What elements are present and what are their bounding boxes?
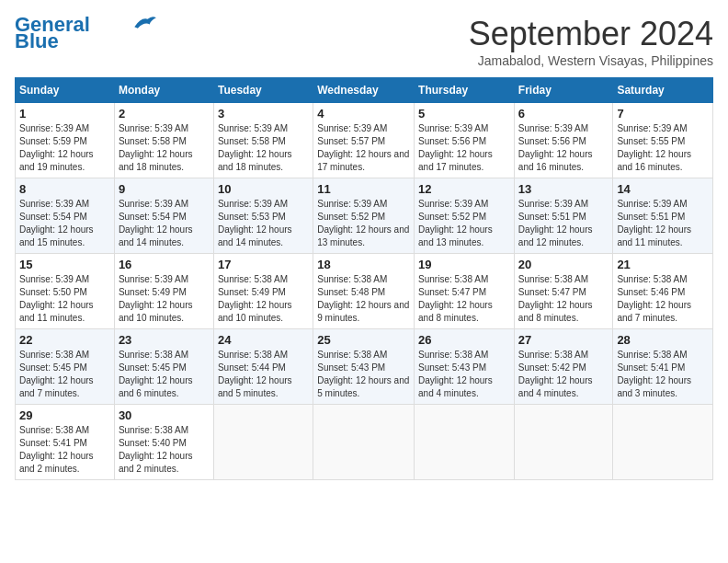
calendar-cell: 11 Sunrise: 5:39 AM Sunset: 5:52 PM Dayl…	[313, 178, 415, 254]
calendar-cell: 27 Sunrise: 5:38 AM Sunset: 5:42 PM Dayl…	[514, 329, 613, 405]
day-number: 1	[19, 107, 110, 121]
day-info: Sunrise: 5:38 AM Sunset: 5:41 PM Dayligh…	[617, 349, 709, 400]
calendar-cell: 23 Sunrise: 5:38 AM Sunset: 5:45 PM Dayl…	[114, 329, 213, 405]
calendar-cell: 20 Sunrise: 5:38 AM Sunset: 5:47 PM Dayl…	[514, 254, 613, 329]
day-info: Sunrise: 5:38 AM Sunset: 5:42 PM Dayligh…	[518, 349, 609, 400]
day-number: 28	[617, 333, 709, 347]
day-info: Sunrise: 5:39 AM Sunset: 5:49 PM Dayligh…	[119, 273, 210, 325]
weekday-header-saturday: Saturday	[613, 78, 713, 103]
day-number: 7	[617, 107, 709, 121]
day-number: 17	[218, 258, 309, 271]
day-info: Sunrise: 5:39 AM Sunset: 5:50 PM Dayligh…	[19, 273, 110, 325]
calendar-cell: 21 Sunrise: 5:38 AM Sunset: 5:46 PM Dayl…	[613, 254, 713, 329]
logo-bird-icon	[131, 14, 158, 32]
day-info: Sunrise: 5:38 AM Sunset: 5:43 PM Dayligh…	[317, 349, 410, 400]
day-info: Sunrise: 5:38 AM Sunset: 5:49 PM Dayligh…	[218, 273, 309, 325]
day-number: 26	[418, 333, 510, 347]
day-info: Sunrise: 5:39 AM Sunset: 5:57 PM Dayligh…	[317, 122, 410, 174]
week-row-4: 22 Sunrise: 5:38 AM Sunset: 5:45 PM Dayl…	[16, 329, 713, 405]
calendar-cell: 14 Sunrise: 5:39 AM Sunset: 5:51 PM Dayl…	[613, 178, 713, 254]
day-info: Sunrise: 5:39 AM Sunset: 5:58 PM Dayligh…	[119, 122, 210, 174]
weekday-header-tuesday: Tuesday	[213, 78, 313, 103]
calendar-cell: 10 Sunrise: 5:39 AM Sunset: 5:53 PM Dayl…	[213, 178, 313, 254]
day-number: 23	[119, 333, 210, 347]
day-number: 22	[19, 333, 110, 347]
calendar-cell: 13 Sunrise: 5:39 AM Sunset: 5:51 PM Dayl…	[514, 178, 613, 254]
calendar-cell: 17 Sunrise: 5:38 AM Sunset: 5:49 PM Dayl…	[213, 254, 313, 329]
day-number: 21	[617, 258, 709, 271]
day-info: Sunrise: 5:38 AM Sunset: 5:45 PM Dayligh…	[19, 349, 110, 400]
month-title: September 2024	[469, 15, 713, 53]
day-number: 16	[119, 258, 210, 271]
weekday-header-thursday: Thursday	[415, 78, 515, 103]
day-info: Sunrise: 5:39 AM Sunset: 5:59 PM Dayligh…	[19, 122, 110, 174]
calendar-cell: 19 Sunrise: 5:38 AM Sunset: 5:47 PM Dayl…	[415, 254, 515, 329]
calendar-cell: 18 Sunrise: 5:38 AM Sunset: 5:48 PM Dayl…	[313, 254, 415, 329]
calendar-cell: 25 Sunrise: 5:38 AM Sunset: 5:43 PM Dayl…	[313, 329, 415, 405]
day-number: 8	[19, 182, 110, 196]
calendar-cell: 5 Sunrise: 5:39 AM Sunset: 5:56 PM Dayli…	[415, 103, 515, 178]
day-info: Sunrise: 5:39 AM Sunset: 5:56 PM Dayligh…	[518, 122, 609, 174]
calendar-cell: 16 Sunrise: 5:39 AM Sunset: 5:49 PM Dayl…	[114, 254, 213, 329]
day-number: 20	[518, 258, 609, 271]
weekday-header-monday: Monday	[114, 78, 213, 103]
day-number: 4	[317, 107, 410, 121]
logo: General Blue	[15, 15, 158, 53]
day-info: Sunrise: 5:39 AM Sunset: 5:53 PM Dayligh…	[218, 198, 309, 249]
calendar-cell: 9 Sunrise: 5:39 AM Sunset: 5:54 PM Dayli…	[114, 178, 213, 254]
day-number: 12	[418, 182, 510, 196]
week-row-3: 15 Sunrise: 5:39 AM Sunset: 5:50 PM Dayl…	[16, 254, 713, 329]
weekday-row: SundayMondayTuesdayWednesdayThursdayFrid…	[16, 78, 713, 103]
calendar-cell: 26 Sunrise: 5:38 AM Sunset: 5:43 PM Dayl…	[415, 329, 515, 405]
day-info: Sunrise: 5:38 AM Sunset: 5:44 PM Dayligh…	[218, 349, 309, 400]
day-number: 13	[518, 182, 609, 196]
calendar-body: 1 Sunrise: 5:39 AM Sunset: 5:59 PM Dayli…	[16, 103, 713, 480]
calendar-cell: 1 Sunrise: 5:39 AM Sunset: 5:59 PM Dayli…	[16, 103, 115, 178]
calendar-cell: 7 Sunrise: 5:39 AM Sunset: 5:55 PM Dayli…	[613, 103, 713, 178]
calendar-cell: 3 Sunrise: 5:39 AM Sunset: 5:58 PM Dayli…	[213, 103, 313, 178]
calendar-cell: 6 Sunrise: 5:39 AM Sunset: 5:56 PM Dayli…	[514, 103, 613, 178]
day-number: 29	[19, 408, 110, 422]
calendar-cell: 22 Sunrise: 5:38 AM Sunset: 5:45 PM Dayl…	[16, 329, 115, 405]
day-info: Sunrise: 5:39 AM Sunset: 5:52 PM Dayligh…	[418, 198, 510, 249]
day-number: 18	[317, 258, 410, 271]
day-info: Sunrise: 5:38 AM Sunset: 5:41 PM Dayligh…	[19, 424, 110, 476]
calendar-cell: 8 Sunrise: 5:39 AM Sunset: 5:54 PM Dayli…	[16, 178, 115, 254]
day-info: Sunrise: 5:39 AM Sunset: 5:51 PM Dayligh…	[617, 198, 709, 249]
day-info: Sunrise: 5:39 AM Sunset: 5:55 PM Dayligh…	[617, 122, 709, 174]
calendar-cell	[313, 405, 415, 480]
weekday-header-wednesday: Wednesday	[313, 78, 415, 103]
calendar-cell: 2 Sunrise: 5:39 AM Sunset: 5:58 PM Dayli…	[114, 103, 213, 178]
day-info: Sunrise: 5:38 AM Sunset: 5:40 PM Dayligh…	[119, 424, 210, 476]
day-number: 9	[119, 182, 210, 196]
week-row-2: 8 Sunrise: 5:39 AM Sunset: 5:54 PM Dayli…	[16, 178, 713, 254]
calendar-cell: 24 Sunrise: 5:38 AM Sunset: 5:44 PM Dayl…	[213, 329, 313, 405]
day-number: 5	[418, 107, 510, 121]
day-info: Sunrise: 5:38 AM Sunset: 5:43 PM Dayligh…	[418, 349, 510, 400]
day-info: Sunrise: 5:38 AM Sunset: 5:47 PM Dayligh…	[518, 273, 609, 325]
calendar-cell: 29 Sunrise: 5:38 AM Sunset: 5:41 PM Dayl…	[16, 405, 115, 480]
week-row-5: 29 Sunrise: 5:38 AM Sunset: 5:41 PM Dayl…	[16, 405, 713, 480]
day-info: Sunrise: 5:39 AM Sunset: 5:51 PM Dayligh…	[518, 198, 609, 249]
calendar-cell: 4 Sunrise: 5:39 AM Sunset: 5:57 PM Dayli…	[313, 103, 415, 178]
day-number: 15	[19, 258, 110, 271]
day-info: Sunrise: 5:38 AM Sunset: 5:46 PM Dayligh…	[617, 273, 709, 325]
day-number: 14	[617, 182, 709, 196]
day-number: 10	[218, 182, 309, 196]
day-info: Sunrise: 5:39 AM Sunset: 5:54 PM Dayligh…	[19, 198, 110, 249]
logo-blue: Blue	[15, 29, 59, 53]
week-row-1: 1 Sunrise: 5:39 AM Sunset: 5:59 PM Dayli…	[16, 103, 713, 178]
calendar-table: SundayMondayTuesdayWednesdayThursdayFrid…	[15, 77, 713, 480]
day-info: Sunrise: 5:39 AM Sunset: 5:58 PM Dayligh…	[218, 122, 309, 174]
calendar-cell	[415, 405, 515, 480]
weekday-header-friday: Friday	[514, 78, 613, 103]
day-info: Sunrise: 5:39 AM Sunset: 5:52 PM Dayligh…	[317, 198, 410, 249]
day-number: 3	[218, 107, 309, 121]
weekday-header-sunday: Sunday	[16, 78, 115, 103]
title-block: September 2024 Jamabalod, Western Visaya…	[469, 15, 713, 68]
day-number: 6	[518, 107, 609, 121]
day-info: Sunrise: 5:38 AM Sunset: 5:47 PM Dayligh…	[418, 273, 510, 325]
calendar-cell	[213, 405, 313, 480]
day-number: 25	[317, 333, 410, 347]
calendar-cell: 30 Sunrise: 5:38 AM Sunset: 5:40 PM Dayl…	[114, 405, 213, 480]
